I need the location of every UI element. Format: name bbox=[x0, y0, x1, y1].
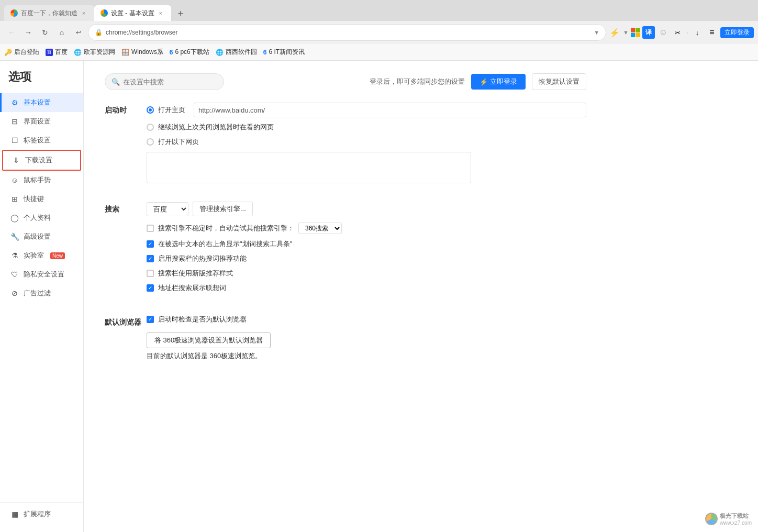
startup-option-urls: 打开以下网页 bbox=[147, 137, 586, 147]
watermark: 极光下载站 www.xz7.com bbox=[705, 512, 752, 526]
bookmark-oufi[interactable]: 🌐 欧菲资源网 bbox=[74, 48, 115, 57]
toolbar-login-button[interactable]: 立即登录 bbox=[720, 27, 754, 38]
sidebar-label-profile: 个人资料 bbox=[24, 213, 51, 223]
settings-content: 🔍 登录后，即可多端同步您的设置 ⚡ 立即登录 恢复默认设置 启动时 bbox=[84, 61, 758, 532]
search-section-label: 搜索 bbox=[105, 202, 147, 214]
startup-radio-urls[interactable] bbox=[147, 138, 154, 146]
new-badge: New bbox=[50, 252, 65, 259]
search-option-tool-row: 在被选中文本的右上角显示"划词搜索工具条" bbox=[147, 239, 586, 249]
sidebar-item-profile[interactable]: ◯ 个人资料 bbox=[0, 208, 83, 227]
translate-icon[interactable]: 译 bbox=[642, 26, 655, 39]
tab-title-settings: 设置 - 基本设置 bbox=[111, 9, 154, 18]
bookmark-xixi[interactable]: 🌐 西西软件园 bbox=[216, 48, 257, 57]
sidebar-label-tabs: 标签设置 bbox=[24, 136, 51, 145]
search-option-suggest-row: 地址栏搜索展示联想词 bbox=[147, 283, 586, 293]
restore-history-button[interactable]: ↩ bbox=[71, 25, 86, 40]
search-label-fallback: 搜索引擎不稳定时，自动尝试其他搜索引擎： bbox=[158, 224, 294, 233]
bookmark-icon-windows: 🪟 bbox=[121, 49, 129, 56]
bookmark-it[interactable]: 6 6 IT新闻资讯 bbox=[263, 48, 305, 57]
sidebar-label-advanced: 高级设置 bbox=[24, 232, 51, 241]
search-checkbox-fallback[interactable] bbox=[147, 225, 154, 232]
default-browser-check-label: 启动时检查是否为默认浏览器 bbox=[158, 315, 247, 324]
sidebar-label-privacy: 隐私安全设置 bbox=[24, 270, 64, 279]
address-bar[interactable]: 🔒 chrome://settings/browser ▼ bbox=[88, 24, 606, 41]
homepage-url-input[interactable] bbox=[194, 103, 586, 117]
tab-settings[interactable]: 设置 - 基本设置 × bbox=[94, 5, 171, 21]
sidebar-item-extensions[interactable]: ▦ 扩展程序 bbox=[0, 505, 83, 524]
download-icon[interactable]: ↓ bbox=[691, 26, 704, 39]
sidebar-label-adblock: 广告过滤 bbox=[24, 289, 51, 298]
lab-settings-icon: ⚗ bbox=[10, 251, 19, 260]
tab-add-button[interactable]: + bbox=[173, 6, 188, 21]
watermark-logo: 极光下载站 bbox=[720, 512, 752, 520]
login-tip-text: 登录后，即可多端同步您的设置 bbox=[370, 77, 465, 86]
separator-dot: · bbox=[686, 27, 689, 38]
sidebar-item-basic[interactable]: ⚙ 基本设置 bbox=[0, 93, 83, 112]
tab-close-settings[interactable]: × bbox=[157, 9, 165, 17]
bookmark-admin[interactable]: 🔑 后台登陆 bbox=[4, 48, 39, 57]
sidebar: 选项 ⚙ 基本设置 ⊟ 界面设置 ☐ 标签设置 ⇓ 下载设置 ☺ 鼠标手势 ⊞ … bbox=[0, 61, 84, 532]
sidebar-item-privacy[interactable]: 🛡 隐私安全设置 bbox=[0, 265, 83, 284]
sidebar-item-lab[interactable]: ⚗ 实验室 New bbox=[0, 246, 83, 265]
basic-settings-icon: ⚙ bbox=[10, 98, 19, 107]
advanced-settings-icon: 🔧 bbox=[10, 232, 19, 241]
bookmark-label-admin: 后台登陆 bbox=[14, 48, 39, 57]
lock-icon: 🔒 bbox=[95, 29, 103, 36]
bookmark-baidu[interactable]: 百 百度 bbox=[46, 48, 68, 57]
sidebar-item-shortcut[interactable]: ⊞ 快捷键 bbox=[0, 190, 83, 208]
scissors-icon[interactable]: ✂ bbox=[672, 26, 684, 39]
bookmark-favicon-baidu: 百 bbox=[46, 49, 53, 56]
search-option-newstyle-row: 搜索栏使用新版推荐样式 bbox=[147, 269, 586, 278]
manage-search-engines-button[interactable]: 管理搜索引擎... bbox=[193, 202, 253, 216]
sidebar-item-mouse[interactable]: ☺ 鼠标手势 bbox=[0, 171, 83, 190]
bookmark-icon-oufi: 🌐 bbox=[74, 49, 82, 56]
sidebar-item-adblock[interactable]: ⊘ 广告过滤 bbox=[0, 284, 83, 303]
back-button[interactable]: ← bbox=[4, 25, 19, 40]
tab-close-baidu[interactable]: × bbox=[80, 9, 88, 17]
search-label-tool: 在被选中文本的右上角显示"划词搜索工具条" bbox=[158, 239, 292, 249]
search-checkbox-suggest[interactable] bbox=[147, 284, 154, 292]
startup-label-continue: 继续浏览上次关闭浏览器时在看的网页 bbox=[158, 123, 274, 132]
menu-icon[interactable]: ≡ bbox=[706, 26, 718, 39]
sidebar-item-download[interactable]: ⇓ 下载设置 bbox=[2, 150, 81, 171]
restore-defaults-button[interactable]: 恢复默认设置 bbox=[532, 73, 586, 90]
startup-radio-home[interactable] bbox=[147, 106, 154, 114]
search-checkbox-tool[interactable] bbox=[147, 240, 154, 248]
settings-search-input[interactable] bbox=[123, 78, 217, 86]
sidebar-item-advanced[interactable]: 🔧 高级设置 bbox=[0, 227, 83, 246]
bookmark-label-oufi: 欧菲资源网 bbox=[84, 48, 115, 57]
lightning-icon[interactable]: ⚡ bbox=[608, 26, 621, 39]
home-button[interactable]: ⌂ bbox=[54, 25, 69, 40]
set-default-browser-button[interactable]: 将 360极速浏览器设置为默认浏览器 bbox=[147, 332, 271, 348]
bookmark-icon-xixi: 🌐 bbox=[216, 49, 224, 56]
download-settings-icon: ⇓ bbox=[12, 156, 21, 165]
default-browser-checkbox[interactable] bbox=[147, 316, 154, 323]
sidebar-item-tabs[interactable]: ☐ 标签设置 bbox=[0, 131, 83, 150]
search-checkbox-hot[interactable] bbox=[147, 255, 154, 262]
main-login-button[interactable]: ⚡ 立即登录 bbox=[471, 74, 526, 90]
address-dropdown-icon[interactable]: ▼ bbox=[594, 29, 599, 36]
search-label-hot: 启用搜索栏的热搜词推荐功能 bbox=[158, 254, 247, 263]
search-option-hot-row: 启用搜索栏的热搜词推荐功能 bbox=[147, 254, 586, 263]
settings-search-box[interactable]: 🔍 bbox=[105, 73, 224, 90]
refresh-button[interactable]: ↻ bbox=[38, 25, 52, 40]
startup-label-urls: 打开以下网页 bbox=[158, 137, 199, 147]
dropdown-icon-group[interactable]: ▼ bbox=[623, 29, 629, 36]
adblock-settings-icon: ⊘ bbox=[10, 289, 19, 298]
search-checkbox-newstyle[interactable] bbox=[147, 270, 154, 277]
bookmark-windows[interactable]: 🪟 Windows系 bbox=[121, 48, 163, 57]
startup-urls-textarea[interactable] bbox=[147, 152, 471, 183]
sidebar-item-interface[interactable]: ⊟ 界面设置 bbox=[0, 112, 83, 131]
tab-favicon-baidu bbox=[10, 9, 18, 17]
chevron-down-icon: ▼ bbox=[623, 29, 629, 36]
tab-baidu[interactable]: 百度一下，你就知道 × bbox=[4, 5, 94, 21]
fallback-engine-select[interactable]: 360搜索 bbox=[298, 223, 342, 234]
search-engine-select[interactable]: 百度 bbox=[147, 202, 188, 216]
forward-button[interactable]: → bbox=[21, 25, 36, 40]
sidebar-label-mouse: 鼠标手势 bbox=[24, 175, 51, 185]
profile-settings-icon: ◯ bbox=[10, 213, 19, 223]
windows-icon[interactable] bbox=[631, 28, 640, 37]
bookmark-pc6[interactable]: 6 6 pc6下载站 bbox=[170, 48, 209, 57]
startup-radio-continue[interactable] bbox=[147, 124, 154, 131]
face-icon[interactable]: ☺ bbox=[657, 26, 670, 39]
